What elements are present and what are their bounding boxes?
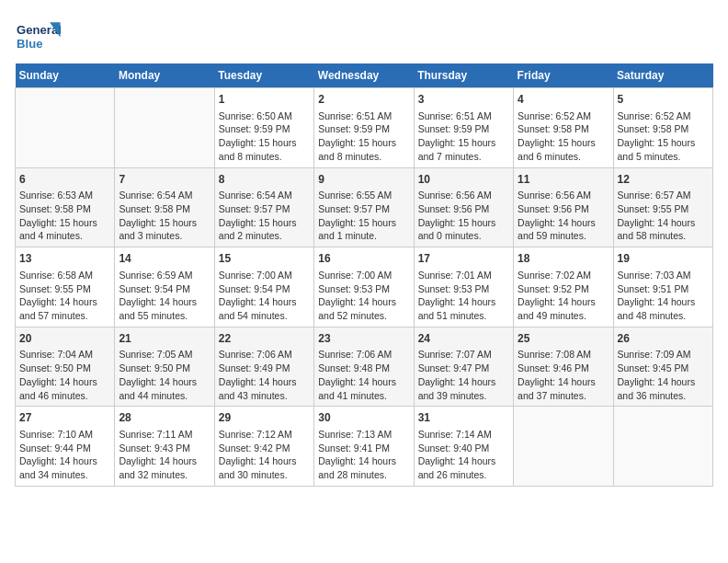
- day-info: and 2 minutes.: [219, 229, 310, 243]
- day-info: Daylight: 14 hours: [119, 295, 210, 309]
- day-number: 1: [219, 92, 310, 108]
- day-info: Sunrise: 7:06 AM: [318, 348, 409, 362]
- day-info: and 41 minutes.: [318, 389, 409, 403]
- day-info: Sunrise: 6:52 AM: [518, 109, 609, 123]
- calendar-cell: 19Sunrise: 7:03 AMSunset: 9:51 PMDayligh…: [613, 247, 712, 327]
- calendar-cell: 16Sunrise: 7:00 AMSunset: 9:53 PMDayligh…: [314, 247, 414, 327]
- day-info: and 55 minutes.: [119, 309, 210, 323]
- day-info: and 48 minutes.: [618, 309, 709, 323]
- calendar-cell: [514, 407, 613, 487]
- day-number: 2: [318, 92, 409, 108]
- day-info: Daylight: 14 hours: [318, 454, 409, 468]
- calendar-cell: [115, 88, 214, 168]
- header-cell-saturday: Saturday: [613, 63, 712, 88]
- day-number: 10: [418, 172, 509, 188]
- svg-text:Blue: Blue: [17, 37, 42, 51]
- header-cell-wednesday: Wednesday: [314, 63, 414, 88]
- day-info: and 6 minutes.: [518, 150, 609, 164]
- calendar-cell: 10Sunrise: 6:56 AMSunset: 9:56 PMDayligh…: [414, 167, 513, 247]
- day-info: Daylight: 14 hours: [219, 375, 310, 389]
- day-info: Sunset: 9:50 PM: [119, 362, 210, 375]
- calendar-cell: 4Sunrise: 6:52 AMSunset: 9:58 PMDaylight…: [514, 88, 613, 168]
- day-info: Sunset: 9:56 PM: [518, 202, 609, 216]
- day-info: Daylight: 14 hours: [518, 216, 609, 230]
- day-number: 22: [219, 331, 310, 347]
- day-info: Sunrise: 6:57 AM: [618, 189, 709, 202]
- day-info: Sunrise: 7:02 AM: [518, 269, 609, 282]
- day-info: Sunrise: 7:09 AM: [618, 348, 709, 362]
- calendar-cell: 9Sunrise: 6:55 AMSunset: 9:57 PMDaylight…: [314, 167, 414, 247]
- calendar-cell: 3Sunrise: 6:51 AMSunset: 9:59 PMDaylight…: [414, 88, 513, 168]
- calendar-week-2: 6Sunrise: 6:53 AMSunset: 9:58 PMDaylight…: [16, 167, 713, 247]
- day-info: Sunset: 9:55 PM: [618, 202, 709, 216]
- day-info: Sunset: 9:49 PM: [219, 362, 310, 375]
- day-number: 19: [618, 251, 709, 267]
- day-info: Sunset: 9:45 PM: [618, 362, 709, 375]
- day-info: Daylight: 14 hours: [518, 375, 609, 389]
- day-number: 30: [318, 410, 409, 426]
- day-info: and 58 minutes.: [618, 229, 709, 243]
- day-info: and 57 minutes.: [19, 309, 110, 323]
- day-info: Sunrise: 6:56 AM: [518, 189, 609, 202]
- day-info: Daylight: 14 hours: [418, 295, 509, 309]
- day-info: Sunset: 9:42 PM: [219, 442, 310, 455]
- calendar-cell: 25Sunrise: 7:08 AMSunset: 9:46 PMDayligh…: [514, 327, 613, 407]
- day-info: Daylight: 15 hours: [318, 136, 409, 150]
- day-number: 5: [618, 92, 709, 108]
- calendar-cell: 18Sunrise: 7:02 AMSunset: 9:52 PMDayligh…: [514, 247, 613, 327]
- day-info: Sunrise: 6:56 AM: [418, 189, 509, 202]
- day-info: Sunrise: 7:11 AM: [119, 428, 210, 442]
- day-number: 14: [119, 251, 210, 267]
- header-cell-monday: Monday: [115, 63, 214, 88]
- calendar-cell: 1Sunrise: 6:50 AMSunset: 9:59 PMDaylight…: [214, 88, 313, 168]
- day-number: 16: [318, 251, 409, 267]
- day-number: 8: [219, 172, 310, 188]
- day-number: 26: [618, 331, 709, 347]
- calendar-cell: 14Sunrise: 6:59 AMSunset: 9:54 PMDayligh…: [115, 247, 214, 327]
- day-info: and 39 minutes.: [418, 389, 509, 403]
- day-info: Sunrise: 6:52 AM: [618, 109, 709, 123]
- day-info: Sunrise: 6:55 AM: [318, 189, 409, 202]
- day-number: 21: [119, 331, 210, 347]
- day-number: 6: [19, 172, 110, 188]
- calendar-cell: 21Sunrise: 7:05 AMSunset: 9:50 PMDayligh…: [115, 327, 214, 407]
- calendar-body: 1Sunrise: 6:50 AMSunset: 9:59 PMDaylight…: [16, 88, 713, 487]
- calendar-cell: 31Sunrise: 7:14 AMSunset: 9:40 PMDayligh…: [414, 407, 513, 487]
- day-info: Daylight: 15 hours: [418, 216, 509, 230]
- day-info: and 49 minutes.: [518, 309, 609, 323]
- day-info: Daylight: 14 hours: [19, 375, 110, 389]
- day-info: Sunset: 9:58 PM: [618, 122, 709, 136]
- day-info: Sunset: 9:58 PM: [119, 202, 210, 216]
- day-info: Sunrise: 7:05 AM: [119, 348, 210, 362]
- day-info: Sunset: 9:57 PM: [318, 202, 409, 216]
- day-number: 17: [418, 251, 509, 267]
- page-header: General Blue: [15, 15, 713, 56]
- day-info: Sunset: 9:41 PM: [318, 442, 409, 455]
- day-info: Daylight: 14 hours: [119, 375, 210, 389]
- day-number: 3: [418, 92, 509, 108]
- header-row: SundayMondayTuesdayWednesdayThursdayFrid…: [16, 63, 713, 88]
- day-info: Sunset: 9:58 PM: [19, 202, 110, 216]
- calendar-cell: 6Sunrise: 6:53 AMSunset: 9:58 PMDaylight…: [16, 167, 115, 247]
- day-info: and 3 minutes.: [119, 229, 210, 243]
- day-info: Daylight: 15 hours: [618, 136, 709, 150]
- calendar-week-1: 1Sunrise: 6:50 AMSunset: 9:59 PMDaylight…: [16, 88, 713, 168]
- day-number: 15: [219, 251, 310, 267]
- day-number: 9: [318, 172, 409, 188]
- day-info: Sunset: 9:40 PM: [418, 442, 509, 455]
- day-info: Sunrise: 7:00 AM: [318, 269, 409, 282]
- day-info: and 26 minutes.: [418, 468, 509, 482]
- calendar-cell: [16, 88, 115, 168]
- day-number: 11: [518, 172, 609, 188]
- day-info: Sunset: 9:57 PM: [219, 202, 310, 216]
- day-number: 7: [119, 172, 210, 188]
- day-info: Sunrise: 6:59 AM: [119, 269, 210, 282]
- calendar-cell: 11Sunrise: 6:56 AMSunset: 9:56 PMDayligh…: [514, 167, 613, 247]
- day-info: Daylight: 15 hours: [418, 136, 509, 150]
- day-info: Daylight: 14 hours: [119, 454, 210, 468]
- day-info: Daylight: 14 hours: [219, 295, 310, 309]
- calendar-cell: 29Sunrise: 7:12 AMSunset: 9:42 PMDayligh…: [214, 407, 313, 487]
- day-number: 28: [119, 410, 210, 426]
- day-info: Sunset: 9:50 PM: [19, 362, 110, 375]
- day-info: Daylight: 14 hours: [318, 375, 409, 389]
